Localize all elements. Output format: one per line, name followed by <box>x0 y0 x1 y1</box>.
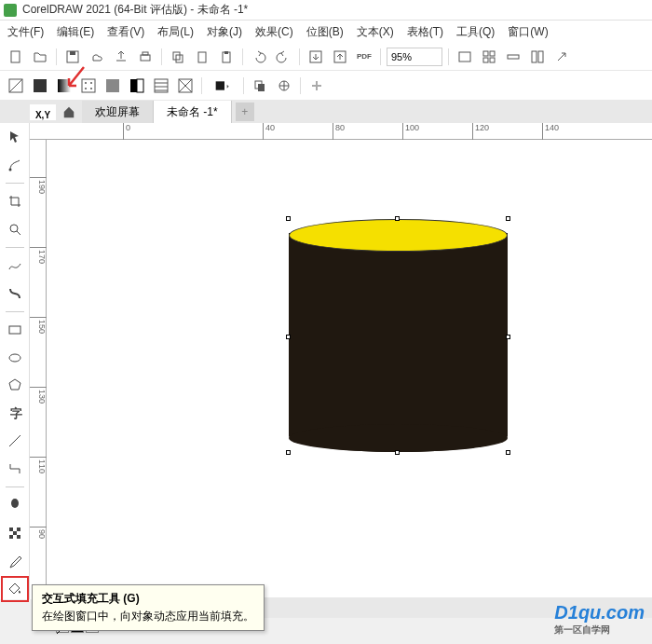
new-button[interactable] <box>6 47 26 67</box>
svg-rect-3 <box>141 55 150 61</box>
interactive-fill-tool[interactable] <box>4 579 26 599</box>
cylinder-shape[interactable] <box>289 219 508 452</box>
selection-handle[interactable] <box>395 216 400 221</box>
postscript-fill-button[interactable] <box>151 75 171 96</box>
svg-rect-46 <box>9 528 13 531</box>
ruler-button[interactable] <box>503 47 523 67</box>
home-tab[interactable] <box>56 101 82 123</box>
cylinder-bottom <box>289 424 508 452</box>
ruler-tick: 40 <box>263 123 275 140</box>
svg-line-21 <box>9 79 22 92</box>
svg-rect-41 <box>9 326 20 334</box>
watermark-main: D1qu.com <box>554 602 645 623</box>
launch-button[interactable] <box>551 47 572 67</box>
menu-table[interactable]: 表格(T) <box>407 24 443 40</box>
welcome-tab[interactable]: 欢迎屏幕 <box>82 101 154 123</box>
connector-tool[interactable] <box>4 459 26 479</box>
undo-button[interactable] <box>249 47 269 67</box>
twocolor-fill-button[interactable] <box>127 75 147 96</box>
text-tool[interactable]: 字 <box>4 403 26 423</box>
selection-handle[interactable] <box>286 216 291 221</box>
solid-fill-button[interactable] <box>30 75 50 96</box>
selection-handle[interactable] <box>506 450 510 455</box>
save-button[interactable] <box>62 47 83 67</box>
horizontal-ruler[interactable]: 0 40 80 100 120 140 <box>30 123 652 140</box>
copy-fill-button[interactable] <box>250 75 270 96</box>
edit-fill-button[interactable] <box>274 75 294 96</box>
watermark: D1qu.com 第一区自学网 <box>554 602 645 637</box>
selection-handle[interactable] <box>395 450 400 455</box>
export-button[interactable] <box>330 47 350 67</box>
svg-rect-9 <box>224 51 228 54</box>
polygon-tool[interactable] <box>4 376 26 396</box>
svg-rect-47 <box>13 531 17 535</box>
zoom-input[interactable] <box>387 48 442 66</box>
add-button[interactable] <box>306 75 327 96</box>
ruler-tick: 130 <box>30 387 47 404</box>
rectangle-tool[interactable] <box>4 320 26 340</box>
watermark-sub: 第一区自学网 <box>554 623 645 637</box>
menu-text[interactable]: 文本(X) <box>357 24 394 40</box>
ruler-tick: 90 <box>30 527 47 539</box>
selection-handle[interactable] <box>286 450 291 455</box>
vertical-ruler[interactable]: 190 170 150 130 110 90 <box>30 140 47 599</box>
selection-handle[interactable] <box>506 216 510 221</box>
svg-line-44 <box>9 435 20 446</box>
svg-rect-49 <box>17 528 20 531</box>
mesh-fill-button[interactable] <box>175 75 196 96</box>
tooltip: 交互式填充工具 (G) 在绘图窗口中，向对象动态应用当前填充。 <box>32 584 265 631</box>
svg-rect-4 <box>143 52 148 55</box>
print-button[interactable] <box>135 47 156 67</box>
document-tab[interactable]: 未命名 -1* <box>154 101 232 123</box>
open-button[interactable] <box>30 47 50 67</box>
drawing-canvas[interactable] <box>47 140 652 599</box>
window-title: CorelDRAW 2021 (64-Bit 评估版) - 未命名 -1* <box>22 2 248 18</box>
cloud-button[interactable] <box>87 47 107 67</box>
svg-rect-29 <box>106 79 119 92</box>
shape-tool[interactable] <box>4 155 26 175</box>
redo-button[interactable] <box>273 47 293 67</box>
freehand-tool[interactable] <box>4 255 26 276</box>
add-tab-button[interactable]: + <box>236 103 254 121</box>
tooltip-title: 交互式填充工具 (G) <box>42 591 254 607</box>
ellipse-tool[interactable] <box>4 348 26 368</box>
transparency-tool[interactable] <box>4 523 26 543</box>
menu-bitmap[interactable]: 位图(B) <box>306 24 344 40</box>
fill-color-button[interactable] <box>208 75 238 96</box>
dimension-tool[interactable] <box>4 431 26 451</box>
paste-button[interactable] <box>192 47 212 67</box>
selection-handle[interactable] <box>286 335 291 339</box>
svg-line-40 <box>17 231 20 235</box>
property-bar <box>0 71 652 101</box>
svg-point-38 <box>8 168 11 171</box>
coord-label: X,Y <box>30 104 56 120</box>
dropshadow-tool[interactable] <box>4 495 26 515</box>
artistic-tool[interactable] <box>4 283 26 304</box>
menu-edit[interactable]: 编辑(E) <box>57 24 94 40</box>
no-fill-button[interactable] <box>6 75 26 96</box>
selection-handle[interactable] <box>506 335 510 339</box>
grid-button[interactable] <box>479 47 499 67</box>
zoom-tool[interactable] <box>4 219 26 240</box>
menu-view[interactable]: 查看(V) <box>107 24 144 40</box>
ruler-tick: 100 <box>402 123 419 140</box>
menu-effect[interactable]: 效果(C) <box>255 24 293 40</box>
upload-button[interactable] <box>111 47 131 67</box>
menu-tools[interactable]: 工具(Q) <box>456 24 495 40</box>
copy-button[interactable] <box>168 47 188 67</box>
pick-tool[interactable] <box>4 127 26 147</box>
menu-object[interactable]: 对象(J) <box>207 24 242 40</box>
menu-layout[interactable]: 布局(L) <box>157 24 194 40</box>
clipboard-button[interactable] <box>216 47 237 67</box>
crop-tool[interactable] <box>4 191 26 212</box>
pdf-button[interactable]: PDF <box>354 47 374 67</box>
options-button[interactable] <box>527 47 548 67</box>
eyedropper-tool[interactable] <box>4 551 26 571</box>
menu-file[interactable]: 文件(F) <box>7 24 44 40</box>
import-button[interactable] <box>306 47 326 67</box>
menu-window[interactable]: 窗口(W) <box>508 24 548 40</box>
texture-fill-button[interactable] <box>102 75 123 96</box>
ruler-tick: 120 <box>472 123 489 140</box>
svg-rect-0 <box>11 51 20 62</box>
fullscreen-button[interactable] <box>455 47 475 67</box>
